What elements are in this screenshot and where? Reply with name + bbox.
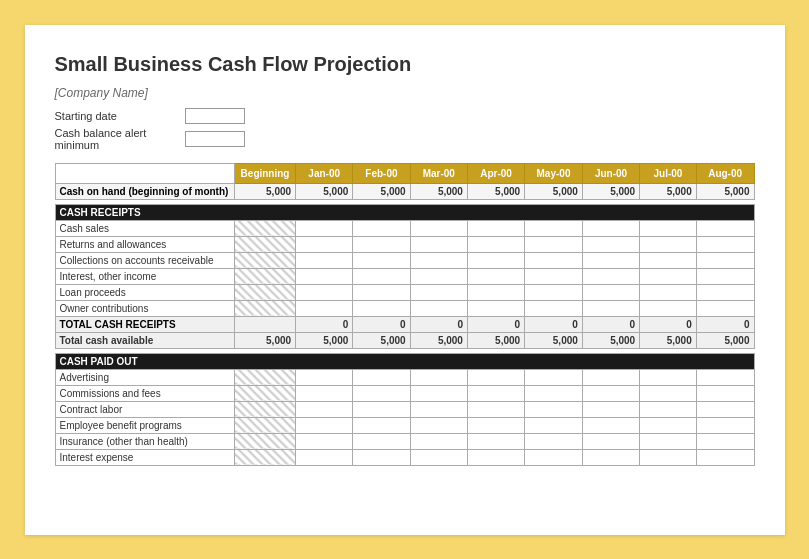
contract-labor-row: Contract labor [55,401,754,417]
cash-receipts-label: CASH RECEIPTS [55,204,754,220]
returns-label: Returns and allowances [55,236,235,252]
column-header-row: Beginning Jan-00 Feb-00 Mar-00 Apr-00 Ma… [55,163,754,183]
cash-balance-row: Cash balance alert minimum [55,127,755,151]
total-cash-available-jul: 5,000 [640,332,697,348]
cash-paid-out-label: CASH PAID OUT [55,353,754,369]
advertising-row: Advertising [55,369,754,385]
starting-date-input[interactable] [185,108,245,124]
insurance-row: Insurance (other than health) [55,433,754,449]
returns-beginning [235,236,296,252]
cash-on-hand-apr: 5,000 [467,183,524,199]
owner-contributions-beginning [235,300,296,316]
page: Small Business Cash Flow Projection [Com… [25,25,785,535]
starting-date-label: Starting date [55,110,185,122]
header-beginning: Beginning [235,163,296,183]
insurance-beginning [235,433,296,449]
interest-expense-beginning [235,449,296,465]
total-cash-receipts-feb: 0 [353,316,410,332]
commissions-row: Commissions and fees [55,385,754,401]
total-cash-available-beginning: 5,000 [235,332,296,348]
starting-date-row: Starting date [55,108,755,124]
cash-sales-label: Cash sales [55,220,235,236]
advertising-beginning [235,369,296,385]
cash-on-hand-jun: 5,000 [582,183,639,199]
cash-balance-input[interactable] [185,131,245,147]
cash-receipts-section-header: CASH RECEIPTS [55,204,754,220]
total-cash-available-jan: 5,000 [296,332,353,348]
total-cash-receipts-label: TOTAL CASH RECEIPTS [55,316,235,332]
header-jul: Jul-00 [640,163,697,183]
interest-expense-label: Interest expense [55,449,235,465]
employee-benefits-beginning [235,417,296,433]
header-jun: Jun-00 [582,163,639,183]
total-cash-available-aug: 5,000 [696,332,754,348]
cash-on-hand-aug: 5,000 [696,183,754,199]
loan-proceeds-beginning [235,284,296,300]
cash-on-hand-row: Cash on hand (beginning of month) 5,000 … [55,183,754,199]
cash-on-hand-beginning: 5,000 [235,183,296,199]
cash-on-hand-label: Cash on hand (beginning of month) [55,183,235,199]
contract-labor-label: Contract labor [55,401,235,417]
loan-proceeds-row: Loan proceeds [55,284,754,300]
total-cash-available-mar: 5,000 [410,332,467,348]
interest-income-row: Interest, other income [55,268,754,284]
total-cash-available-feb: 5,000 [353,332,410,348]
interest-expense-row: Interest expense [55,449,754,465]
total-cash-receipts-aug: 0 [696,316,754,332]
cash-on-hand-jul: 5,000 [640,183,697,199]
total-cash-available-apr: 5,000 [467,332,524,348]
total-cash-available-may: 5,000 [525,332,583,348]
employee-benefits-row: Employee benefit programs [55,417,754,433]
cash-on-hand-jan: 5,000 [296,183,353,199]
commissions-label: Commissions and fees [55,385,235,401]
advertising-label: Advertising [55,369,235,385]
total-cash-receipts-apr: 0 [467,316,524,332]
cash-on-hand-mar: 5,000 [410,183,467,199]
cash-balance-label: Cash balance alert minimum [55,127,185,151]
total-cash-receipts-jun: 0 [582,316,639,332]
cash-on-hand-feb: 5,000 [353,183,410,199]
collections-beginning [235,252,296,268]
collections-label: Collections on accounts receivable [55,252,235,268]
header-mar: Mar-00 [410,163,467,183]
owner-contributions-label: Owner contributions [55,300,235,316]
insurance-label: Insurance (other than health) [55,433,235,449]
returns-row: Returns and allowances [55,236,754,252]
cash-on-hand-may: 5,000 [525,183,583,199]
commissions-beginning [235,385,296,401]
total-cash-receipts-jan: 0 [296,316,353,332]
cash-flow-table: Beginning Jan-00 Feb-00 Mar-00 Apr-00 Ma… [55,163,755,466]
header-label-col [55,163,235,183]
total-cash-available-row: Total cash available 5,000 5,000 5,000 5… [55,332,754,348]
cash-paid-out-section-header: CASH PAID OUT [55,353,754,369]
interest-income-beginning [235,268,296,284]
total-cash-receipts-may: 0 [525,316,583,332]
header-feb: Feb-00 [353,163,410,183]
cash-sales-beginning [235,220,296,236]
company-name: [Company Name] [55,86,755,100]
page-title: Small Business Cash Flow Projection [55,53,755,76]
header-apr: Apr-00 [467,163,524,183]
loan-proceeds-label: Loan proceeds [55,284,235,300]
total-cash-available-jun: 5,000 [582,332,639,348]
header-jan: Jan-00 [296,163,353,183]
header-aug: Aug-00 [696,163,754,183]
owner-contributions-row: Owner contributions [55,300,754,316]
cash-sales-row: Cash sales [55,220,754,236]
total-cash-available-label: Total cash available [55,332,235,348]
total-cash-receipts-row: TOTAL CASH RECEIPTS 0 0 0 0 0 0 0 0 [55,316,754,332]
total-cash-receipts-jul: 0 [640,316,697,332]
total-cash-receipts-mar: 0 [410,316,467,332]
collections-row: Collections on accounts receivable [55,252,754,268]
employee-benefits-label: Employee benefit programs [55,417,235,433]
contract-labor-beginning [235,401,296,417]
interest-income-label: Interest, other income [55,268,235,284]
total-cash-receipts-beginning [235,316,296,332]
header-may: May-00 [525,163,583,183]
